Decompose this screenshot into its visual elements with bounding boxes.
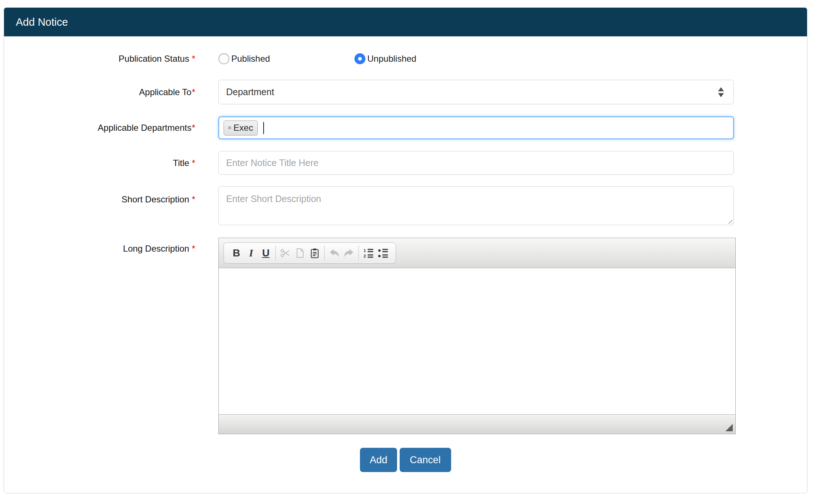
action-buttons: Add Cancel <box>4 448 807 472</box>
editor-toolbar-group: B I U <box>224 242 396 264</box>
underline-button[interactable]: U <box>258 245 273 261</box>
applicable-departments-label: Applicable Departments* <box>4 123 195 133</box>
chevron-down-icon <box>718 93 724 97</box>
ordered-list-icon[interactable]: 1 2 <box>361 245 376 261</box>
applicable-departments-input[interactable]: × Exec <box>218 116 734 139</box>
undo-icon[interactable] <box>327 245 342 261</box>
paste-icon[interactable] <box>307 245 322 261</box>
applicable-to-value: Department <box>226 87 274 97</box>
applicable-to-label: Applicable To* <box>4 87 195 97</box>
unordered-list-icon[interactable] <box>376 245 390 261</box>
page-title: Add Notice <box>16 16 68 28</box>
tag-label: Exec <box>233 123 253 133</box>
toolbar-separator <box>275 245 276 261</box>
long-description-row: Long Description* B I U <box>4 238 807 434</box>
rich-text-editor: B I U <box>218 238 736 434</box>
long-description-input[interactable] <box>219 268 735 414</box>
applicable-to-select[interactable]: Department <box>218 80 734 104</box>
publication-status-label: Publication Status* <box>4 54 195 64</box>
svg-text:1: 1 <box>364 248 366 253</box>
radio-published[interactable] <box>218 53 229 64</box>
editor-bottom-bar <box>219 414 735 434</box>
publication-status-row: Publication Status* Published Unpublishe… <box>4 53 807 64</box>
required-mark: * <box>192 123 195 133</box>
required-mark: * <box>192 244 195 253</box>
radio-published-label: Published <box>231 54 270 64</box>
redo-icon[interactable] <box>342 245 356 261</box>
required-mark: * <box>192 194 195 204</box>
title-label: Title* <box>4 158 195 168</box>
short-description-label: Short Description* <box>4 186 195 225</box>
tag-exec: × Exec <box>224 120 258 136</box>
applicable-to-row: Applicable To* Department <box>4 80 807 104</box>
long-description-label: Long Description* <box>4 238 195 434</box>
editor-toolbar: B I U <box>219 238 735 268</box>
text-cursor <box>263 122 264 134</box>
radio-option-published[interactable]: Published <box>218 53 354 64</box>
cut-icon[interactable] <box>278 245 293 261</box>
select-stepper-icon <box>718 87 724 97</box>
bold-button[interactable]: B <box>229 245 244 261</box>
required-mark: * <box>192 158 195 168</box>
required-mark: * <box>192 54 195 64</box>
panel-header: Add Notice <box>4 8 807 36</box>
radio-unpublished[interactable] <box>354 53 365 64</box>
chevron-up-icon <box>718 87 724 91</box>
radio-unpublished-label: Unpublished <box>367 54 416 64</box>
publication-status-group: Published Unpublished <box>218 53 734 64</box>
applicable-departments-row: Applicable Departments* × Exec <box>4 116 807 139</box>
svg-text:2: 2 <box>364 254 366 258</box>
remove-tag-icon[interactable]: × <box>228 124 232 132</box>
short-description-input[interactable] <box>218 186 734 225</box>
add-button[interactable]: Add <box>360 448 397 472</box>
required-mark: * <box>192 87 195 97</box>
title-row: Title* <box>4 151 807 175</box>
short-description-row: Short Description* <box>4 186 807 225</box>
italic-button[interactable]: I <box>244 245 258 261</box>
radio-option-unpublished[interactable]: Unpublished <box>354 53 416 64</box>
copy-icon[interactable] <box>293 245 307 261</box>
toolbar-separator <box>324 245 325 261</box>
toolbar-separator <box>358 245 359 261</box>
editor-resize-handle-icon[interactable] <box>725 424 733 431</box>
add-notice-panel: Add Notice Publication Status* Published… <box>4 7 807 493</box>
cancel-button[interactable]: Cancel <box>400 448 451 472</box>
title-input[interactable] <box>218 151 734 175</box>
